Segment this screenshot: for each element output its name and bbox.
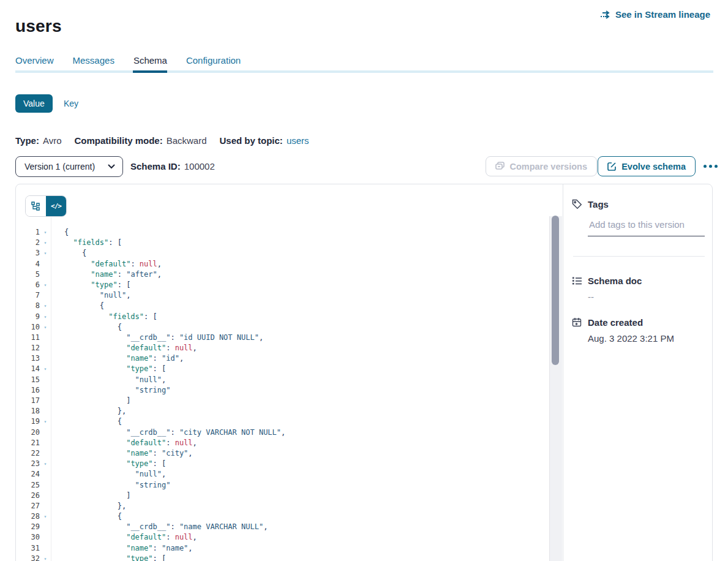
code-line-text[interactable]: "name": "id", bbox=[51, 353, 184, 364]
code-line-text[interactable]: "null", bbox=[51, 469, 166, 480]
code-line[interactable]: 20 "__crdb__": "city VARCHAR NOT NULL", bbox=[16, 427, 542, 438]
code-line-text[interactable]: { bbox=[51, 416, 122, 427]
code-line-text[interactable]: "fields": [ bbox=[51, 312, 157, 322]
code-line-text[interactable]: ] bbox=[51, 491, 130, 501]
code-line[interactable]: 28▾ { bbox=[16, 511, 542, 522]
code-line-text[interactable]: "default": null, bbox=[51, 532, 197, 543]
code-line[interactable]: 14▾ "type": [ bbox=[16, 364, 542, 374]
code-line-text[interactable]: }, bbox=[51, 501, 126, 511]
code-line[interactable]: 21 "default": null, bbox=[16, 438, 542, 448]
fold-triangle-icon[interactable]: ▾ bbox=[40, 511, 51, 522]
see-in-stream-lineage-link[interactable]: See in Stream lineage bbox=[600, 9, 710, 20]
code-line-text[interactable]: "fields": [ bbox=[51, 238, 122, 248]
code-line[interactable]: 2▾ "fields": [ bbox=[16, 238, 542, 248]
code-line[interactable]: 30 "default": null, bbox=[16, 532, 542, 543]
code-line-text[interactable]: "name": "after", bbox=[51, 269, 162, 280]
code-line-text[interactable]: { bbox=[51, 227, 69, 238]
code-line-text[interactable]: { bbox=[51, 322, 122, 333]
fold-triangle-icon[interactable]: ▾ bbox=[40, 554, 51, 561]
code-line-text[interactable]: "name": "city", bbox=[51, 448, 193, 459]
code-line[interactable]: 8▾ { bbox=[16, 301, 542, 311]
code-line[interactable]: 1▾{ bbox=[16, 227, 542, 238]
code-line[interactable]: 29 "__crdb__": "name VARCHAR NULL", bbox=[16, 522, 542, 532]
code-line-text[interactable]: ] bbox=[51, 396, 130, 406]
fold-triangle-icon[interactable]: ▾ bbox=[40, 227, 51, 238]
code-line-text[interactable]: "type": [ bbox=[51, 554, 166, 561]
topic-link[interactable]: users bbox=[287, 135, 309, 146]
code-line-text[interactable]: "type": [ bbox=[51, 280, 130, 290]
code-line[interactable]: 26 ] bbox=[16, 491, 542, 501]
code-line[interactable]: 7 "null", bbox=[16, 290, 542, 301]
compare-versions-label: Compare versions bbox=[509, 162, 587, 171]
page-title: users bbox=[15, 17, 62, 36]
calendar-plus-icon bbox=[572, 317, 582, 330]
code-line[interactable]: 31 "name": "name", bbox=[16, 543, 542, 554]
code-line[interactable]: 25 "string" bbox=[16, 480, 542, 491]
code-line[interactable]: 22 "name": "city", bbox=[16, 448, 542, 459]
code-line-text[interactable]: }, bbox=[51, 406, 126, 416]
fold-triangle-icon[interactable]: ▾ bbox=[40, 280, 51, 290]
fold-triangle-icon[interactable]: ▾ bbox=[40, 301, 51, 311]
code-line[interactable]: 27 }, bbox=[16, 501, 542, 511]
code-line-text[interactable]: "default": null, bbox=[51, 259, 162, 269]
code-line-text[interactable]: { bbox=[51, 511, 122, 522]
tab-overview[interactable]: Overview bbox=[15, 55, 54, 66]
code-line[interactable]: 16 "string" bbox=[16, 385, 542, 396]
code-line[interactable]: 13 "name": "id", bbox=[16, 353, 542, 364]
code-line-text[interactable]: "string" bbox=[51, 480, 170, 491]
code-line-text[interactable]: "default": null, bbox=[51, 343, 197, 353]
code-line-text[interactable]: "type": [ bbox=[51, 364, 166, 374]
tab-configuration[interactable]: Configuration bbox=[186, 55, 241, 66]
compare-versions-button[interactable]: Compare versions bbox=[486, 156, 597, 176]
fold-triangle-icon[interactable]: ▾ bbox=[40, 238, 51, 248]
fold-triangle-icon[interactable]: ▾ bbox=[40, 248, 51, 258]
fold-triangle-icon[interactable]: ▾ bbox=[40, 312, 51, 322]
code-line-text[interactable]: "__crdb__": "city VARCHAR NOT NULL", bbox=[51, 427, 285, 438]
code-line[interactable]: 5 "name": "after", bbox=[16, 269, 542, 280]
code-line-text[interactable]: "default": null, bbox=[51, 438, 197, 448]
code-view-button[interactable]: </> bbox=[46, 196, 66, 216]
fold-triangle-icon[interactable]: ▾ bbox=[40, 416, 51, 427]
tags-input[interactable] bbox=[588, 219, 707, 230]
tab-schema[interactable]: Schema bbox=[133, 55, 167, 66]
compatibility-label: Compatibility mode: bbox=[74, 135, 162, 146]
tree-view-button[interactable] bbox=[26, 196, 46, 216]
code-line[interactable]: 12 "default": null, bbox=[16, 343, 542, 353]
fold-triangle-icon[interactable]: ▾ bbox=[40, 459, 51, 469]
code-line[interactable]: 19▾ { bbox=[16, 416, 542, 427]
more-options-button[interactable] bbox=[704, 156, 718, 176]
code-line[interactable]: 18 }, bbox=[16, 406, 542, 416]
tab-messages[interactable]: Messages bbox=[73, 55, 114, 66]
code-line[interactable]: 15 "null", bbox=[16, 375, 542, 385]
key-toggle-button[interactable]: Key bbox=[64, 99, 78, 108]
value-toggle-button[interactable]: Value bbox=[15, 94, 53, 113]
code-line-text[interactable]: "null", bbox=[51, 290, 130, 301]
editor-view-toggle: </> bbox=[25, 195, 67, 217]
code-line-text[interactable]: { bbox=[51, 301, 104, 311]
schema-code-editor[interactable]: 1▾{2▾ "fields": [3▾ {4 "default": null,5… bbox=[16, 227, 542, 561]
editor-scrollbar-thumb[interactable] bbox=[552, 216, 559, 365]
code-line[interactable]: 17 ] bbox=[16, 396, 542, 406]
code-line[interactable]: 6▾ "type": [ bbox=[16, 280, 542, 290]
code-line[interactable]: 11 "__crdb__": "id UUID NOT NULL", bbox=[16, 333, 542, 343]
fold-triangle-icon[interactable]: ▾ bbox=[40, 322, 51, 333]
code-line-text[interactable]: "__crdb__": "name VARCHAR NULL", bbox=[51, 522, 268, 532]
code-line[interactable]: 23▾ "type": [ bbox=[16, 459, 542, 469]
code-line[interactable]: 32▾ "type": [ bbox=[16, 554, 542, 561]
code-line[interactable]: 24 "null", bbox=[16, 469, 542, 480]
code-line[interactable]: 3▾ { bbox=[16, 248, 542, 258]
code-line-text[interactable]: "string" bbox=[51, 385, 170, 396]
code-line-text[interactable]: "name": "name", bbox=[51, 543, 193, 554]
code-line-text[interactable]: "null", bbox=[51, 375, 166, 385]
fold-triangle-icon[interactable]: ▾ bbox=[40, 364, 51, 374]
code-line-text[interactable]: "__crdb__": "id UUID NOT NULL", bbox=[51, 333, 263, 343]
code-line-text[interactable]: { bbox=[51, 248, 86, 258]
code-line-text[interactable]: "type": [ bbox=[51, 459, 166, 469]
list-icon bbox=[572, 276, 582, 288]
line-number: 32 bbox=[16, 554, 40, 561]
code-line[interactable]: 9▾ "fields": [ bbox=[16, 312, 542, 322]
code-line[interactable]: 4 "default": null, bbox=[16, 259, 542, 269]
evolve-schema-button[interactable]: Evolve schema bbox=[598, 156, 696, 176]
code-line[interactable]: 10▾ { bbox=[16, 322, 542, 333]
version-select[interactable]: Version 1 (current) bbox=[15, 156, 123, 177]
